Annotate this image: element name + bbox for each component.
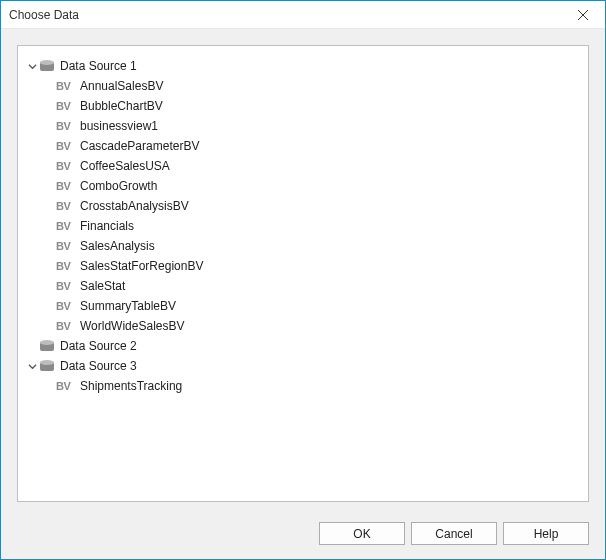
business-view-label: Financials xyxy=(80,219,134,233)
database-icon xyxy=(40,360,54,372)
business-view-node[interactable]: BVWorldWideSalesBV xyxy=(26,316,580,336)
business-view-node[interactable]: BVSummaryTableBV xyxy=(26,296,580,316)
data-source-node[interactable]: Data Source 2 xyxy=(26,336,580,356)
business-view-label: BubbleChartBV xyxy=(80,99,163,113)
business-view-label: CoffeeSalesUSA xyxy=(80,159,170,173)
business-view-label: SalesAnalysis xyxy=(80,239,155,253)
business-view-node[interactable]: BVSalesStatForRegionBV xyxy=(26,256,580,276)
business-view-label: CrosstabAnalysisBV xyxy=(80,199,189,213)
content-area: Data Source 1BVAnnualSalesBVBVBubbleChar… xyxy=(1,29,605,512)
business-view-label: WorldWideSalesBV xyxy=(80,319,184,333)
bv-icon: BV xyxy=(56,80,76,92)
bv-icon: BV xyxy=(56,260,76,272)
ok-button[interactable]: OK xyxy=(319,522,405,545)
help-button[interactable]: Help xyxy=(503,522,589,545)
data-source-node[interactable]: Data Source 3 xyxy=(26,356,580,376)
cancel-button[interactable]: Cancel xyxy=(411,522,497,545)
database-icon xyxy=(40,60,54,72)
business-view-node[interactable]: BVShipmentsTracking xyxy=(26,376,580,396)
business-view-label: businessview1 xyxy=(80,119,158,133)
business-view-label: SaleStat xyxy=(80,279,125,293)
business-view-node[interactable]: BVAnnualSalesBV xyxy=(26,76,580,96)
bv-icon: BV xyxy=(56,160,76,172)
business-view-label: SummaryTableBV xyxy=(80,299,176,313)
business-view-node[interactable]: BVCrosstabAnalysisBV xyxy=(26,196,580,216)
titlebar: Choose Data xyxy=(1,1,605,29)
close-icon xyxy=(578,10,588,20)
business-view-node[interactable]: BVSaleStat xyxy=(26,276,580,296)
close-button[interactable] xyxy=(561,1,605,29)
bv-icon: BV xyxy=(56,180,76,192)
business-view-node[interactable]: BVCascadeParameterBV xyxy=(26,136,580,156)
business-view-label: ShipmentsTracking xyxy=(80,379,182,393)
business-view-node[interactable]: BVFinancials xyxy=(26,216,580,236)
button-row: OK Cancel Help xyxy=(1,512,605,559)
database-icon xyxy=(40,340,54,352)
business-view-node[interactable]: BVbusinessview1 xyxy=(26,116,580,136)
bv-icon: BV xyxy=(56,200,76,212)
business-view-label: SalesStatForRegionBV xyxy=(80,259,203,273)
bv-icon: BV xyxy=(56,300,76,312)
business-view-node[interactable]: BVCoffeeSalesUSA xyxy=(26,156,580,176)
chevron-down-icon[interactable] xyxy=(26,60,38,72)
data-source-node[interactable]: Data Source 1 xyxy=(26,56,580,76)
window-title: Choose Data xyxy=(9,8,561,22)
chevron-down-icon[interactable] xyxy=(26,340,38,352)
dialog-window: Choose Data Data Source 1BVAnnualSalesBV… xyxy=(0,0,606,560)
business-view-node[interactable]: BVBubbleChartBV xyxy=(26,96,580,116)
business-view-node[interactable]: BVSalesAnalysis xyxy=(26,236,580,256)
data-source-label: Data Source 3 xyxy=(60,359,137,373)
chevron-down-icon[interactable] xyxy=(26,360,38,372)
business-view-label: CascadeParameterBV xyxy=(80,139,199,153)
bv-icon: BV xyxy=(56,100,76,112)
data-source-label: Data Source 1 xyxy=(60,59,137,73)
bv-icon: BV xyxy=(56,240,76,252)
bv-icon: BV xyxy=(56,220,76,232)
bv-icon: BV xyxy=(56,280,76,292)
bv-icon: BV xyxy=(56,380,76,392)
data-source-label: Data Source 2 xyxy=(60,339,137,353)
tree-panel[interactable]: Data Source 1BVAnnualSalesBVBVBubbleChar… xyxy=(17,45,589,502)
business-view-label: ComboGrowth xyxy=(80,179,157,193)
bv-icon: BV xyxy=(56,140,76,152)
business-view-label: AnnualSalesBV xyxy=(80,79,163,93)
business-view-node[interactable]: BVComboGrowth xyxy=(26,176,580,196)
bv-icon: BV xyxy=(56,120,76,132)
bv-icon: BV xyxy=(56,320,76,332)
